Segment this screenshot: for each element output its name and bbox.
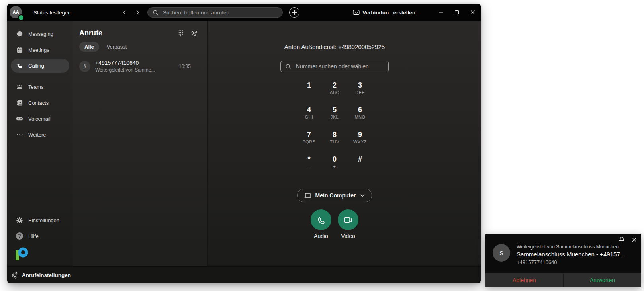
close-icon[interactable] [632,237,637,242]
tab-all[interactable]: Alle [79,42,99,52]
dialpad-key-star[interactable]: *, [296,155,322,180]
connect-device-label: Verbindun...erstellen [362,10,415,16]
dialpad-key-9[interactable]: 9WXYZ [347,131,373,155]
sidebar-item-label: Einstellungen [28,217,59,223]
audio-call-label: Audio [314,233,328,239]
answer-button[interactable]: Antworten [563,273,641,287]
phone-icon [16,62,23,69]
sidebar-item-label: Calling [28,63,44,69]
calls-panel-title: Anrufe [79,29,102,37]
contact-card-icon [16,100,23,106]
plus-icon [292,10,297,15]
sidebar-item-voicemail[interactable]: Voicemail [11,111,69,126]
search-icon [153,10,159,16]
global-search[interactable] [147,7,283,18]
tab-missed[interactable]: Verpasst [107,44,127,50]
dialpad-key-0[interactable]: 0+ [322,155,347,180]
dialpad-key-7[interactable]: 7PQRS [296,131,322,155]
sidebar-item-label: Contacts [28,100,49,106]
sidebar-item-teams[interactable]: Teams [11,80,69,94]
dialpad-key-4[interactable]: 4GHI [296,106,322,131]
search-input[interactable] [162,9,278,16]
keypad-icon[interactable] [178,30,184,37]
gear-icon [16,217,23,224]
decline-button[interactable]: Ablehnen [485,273,563,287]
dial-number-input[interactable] [295,63,384,70]
calls-panel: Anrufe Alle Verpasst # +4915777410640 We… [73,21,208,266]
call-settings-bar[interactable]: Anrufeinstellungen [7,266,481,283]
caller-id-header: Anton Außendienst: +4989200052925 [284,43,385,50]
call-time: 10:35 [179,64,201,69]
phone-settings-icon [11,271,18,279]
sidebar-item-label: Meetings [28,47,49,53]
close-button[interactable] [465,4,481,21]
close-icon [470,10,475,15]
connect-device-button[interactable]: Verbindun...erstellen [353,4,415,21]
call-subtitle: Weitergeleitet von Samme... [95,67,155,73]
sidebar-item-label: Messaging [28,31,53,37]
phone-handset-icon [317,215,326,225]
status-set-button[interactable]: Status festlegen [33,4,70,21]
audio-device-label: Mein Computer [315,192,356,199]
audio-device-selector[interactable]: Mein Computer [297,189,372,202]
sidebar-item-label: Teams [28,84,43,90]
history-nav [120,4,142,21]
sidebar-item-more[interactable]: Weitere [11,127,69,142]
forwarded-from-label: Weitergeleitet von Sammelanschluss Muenc… [517,244,625,250]
dial-search-field[interactable] [280,61,389,72]
incoming-call-icon[interactable] [190,29,198,37]
sidebar: Messaging Meetings Calling Teams Contact… [7,21,73,266]
people-icon [16,84,23,90]
dialpad-key-1[interactable]: 1 [296,81,322,106]
laptop-icon [304,193,311,199]
bell-icon[interactable] [619,236,625,243]
sidebar-item-calling[interactable]: Calling [11,59,69,73]
sidebar-item-help[interactable]: ? Hilfe [11,229,69,243]
dialpad-key-3[interactable]: 3DEF [347,81,373,106]
status-dot-icon [18,14,24,21]
dialpad-key-hash[interactable]: # [347,155,373,180]
sidebar-item-messaging[interactable]: Messaging [11,27,69,41]
call-avatar: # [79,61,90,72]
ellipsis-icon [16,134,23,136]
app-body: Messaging Meetings Calling Teams Contact… [7,21,481,266]
dialpad-key-6[interactable]: 6MNO [347,106,373,131]
back-button[interactable] [120,8,129,17]
call-action-buttons: Audio Video [311,209,358,239]
sidebar-item-label: Hilfe [28,233,39,239]
video-call-button[interactable]: Video [338,209,358,239]
search-icon [285,64,291,70]
minimize-button[interactable] [433,4,449,21]
app-window: AA Status festlegen Verbindun...erstelle… [7,4,481,283]
sidebar-item-contacts[interactable]: Contacts [11,96,69,110]
chat-bubble-icon [16,31,23,37]
window-controls [433,4,481,21]
calendar-icon [16,47,23,53]
sidebar-item-meetings[interactable]: Meetings [11,43,69,57]
dialpad-key-2[interactable]: 2ABC [322,81,347,106]
connect-device-icon [353,10,360,15]
forward-button[interactable] [133,8,142,17]
question-mark-icon: ? [16,232,23,240]
add-button[interactable] [289,7,299,18]
minimize-icon [438,10,443,15]
sidebar-divider [12,76,69,76]
chevron-right-icon [135,10,140,15]
call-history-item[interactable]: # +4915777410640 Weitergeleitet von Samm… [79,60,201,73]
dialpad-key-5[interactable]: 5JKL [322,106,347,131]
incoming-call-notification: S Weitergeleitet von Sammelanschluss Mue… [485,234,641,287]
caller-name-number: Sammelanschluss Muenchen - +49157... [517,251,625,258]
notification-actions: Ablehnen Antworten [485,273,641,287]
sidebar-item-label: Weitere [28,132,46,138]
call-settings-label: Anrufeinstellungen [22,272,71,278]
calls-filter-tabs: Alle Verpasst [79,42,201,52]
sidebar-item-settings[interactable]: Einstellungen [11,213,69,227]
audio-call-button[interactable]: Audio [311,209,331,239]
titlebar: AA Status festlegen Verbindun...erstelle… [7,4,481,21]
caller-avatar: S [493,244,510,262]
dialpad: 1 2ABC 3DEF 4GHI 5JKL 6MNO 7PQRS 8TUV 9W… [296,81,373,180]
maximize-button[interactable] [449,4,465,21]
sidebar-bottom: Einstellungen ? Hilfe [11,213,69,264]
dialpad-key-8[interactable]: 8TUV [322,131,347,155]
peoplefone-logo-icon [15,246,29,262]
